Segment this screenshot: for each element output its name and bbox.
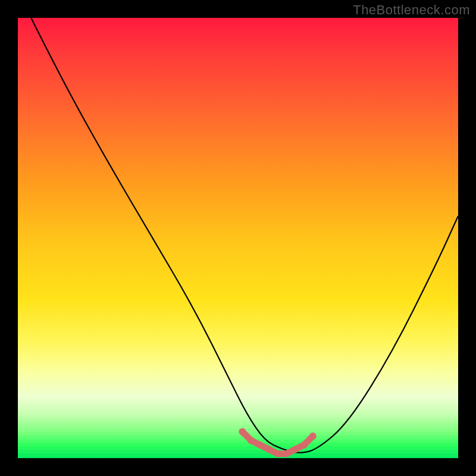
optimal-marker (283, 450, 290, 458)
optimal-marker (292, 446, 299, 453)
optimal-marker (300, 441, 308, 449)
watermark-label: TheBottleneck.com (353, 2, 470, 18)
optimal-marker (239, 428, 246, 436)
optimal-marker (274, 450, 281, 458)
bottleneck-curve (31, 18, 458, 453)
optimal-marker (265, 446, 273, 453)
chart-frame: TheBottleneck.com (0, 0, 476, 476)
optimal-marker (309, 433, 317, 440)
chart-plot-area (18, 18, 458, 458)
optimal-marker (248, 437, 255, 444)
optimal-range-markers (239, 428, 316, 458)
optimal-marker (256, 441, 264, 449)
